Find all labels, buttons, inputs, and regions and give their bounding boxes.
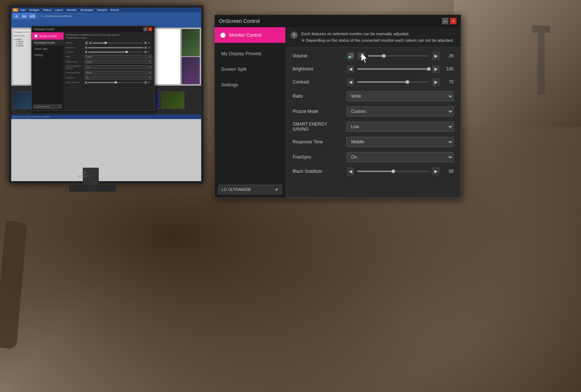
thumb-7	[161, 91, 184, 109]
osc-monitor-control-btn[interactable]: Monitor Control	[215, 27, 285, 43]
osc-small-nav-split[interactable]: Screen Split	[32, 46, 64, 52]
ctrl-brightness-dec[interactable]: ◀	[346, 65, 354, 73]
word-menu-layout[interactable]: Layout	[54, 8, 64, 12]
word-menu-verweise[interactable]: Verweise	[65, 8, 78, 12]
word-style-btn2[interactable]: AaBb	[29, 15, 35, 17]
ctrl-ses-select[interactable]: Low High Off	[346, 122, 454, 132]
osc-small-monitor-label: Monitor Control	[39, 35, 57, 37]
osc-info-bar: ? Each features on selected monitor can …	[285, 27, 461, 48]
osc-small-monitor-select-label: LG ULTRAWIDE	[34, 106, 49, 108]
word-menu-einfugen[interactable]: Einfügen	[28, 8, 41, 12]
ctrl-volume-label: Volume	[293, 53, 344, 58]
osc-main-close-btn[interactable]: ✕	[450, 18, 456, 24]
ctrl-brightness-inc[interactable]: ▶	[432, 65, 440, 73]
ctrl-rt-select[interactable]: Middle Fast Faster	[346, 137, 454, 147]
monitor-area: W Start Einfügen Entwurf Layout Verweise…	[0, 0, 211, 196]
osc-nav-split[interactable]: Screen Split	[215, 61, 285, 77]
osc-nav-settings[interactable]: Settings	[215, 77, 285, 93]
osc-small-bs-row: Black Stabilizer ◀ ▶ 50	[66, 81, 152, 84]
osc-small-rt-select[interactable]: Middle ▼	[85, 71, 152, 74]
ctrl-contrast-inc[interactable]: ▶	[432, 78, 440, 86]
ctrl-bs-dec[interactable]: ◀	[346, 167, 354, 175]
ctrl-volume-row: Volume 🔊 ◀ ▶ 26	[293, 52, 454, 60]
osc-small-ses-select[interactable]: Low ▼	[85, 65, 152, 69]
ctrl-ratio-row: Ratio Wide Original 4:3 16:9 21:9	[293, 91, 454, 101]
ctrl-volume-slider[interactable]	[368, 55, 429, 57]
osc-small-ratio-row: Ratio Custom ▼	[66, 55, 152, 58]
osc-main-content: ? Each features on selected monitor can …	[285, 27, 461, 198]
word-tab-file[interactable]: W	[13, 8, 18, 12]
osc-small-fs-select[interactable]: On ▼	[85, 76, 152, 79]
osc-small-minimize-btn[interactable]: —	[143, 27, 147, 31]
osc-small-rt-label: Response Time	[66, 72, 84, 74]
osc-small-ratio-select[interactable]: Custom ▼	[85, 55, 152, 58]
osc-small-vol-inc[interactable]: ▶	[144, 41, 147, 44]
osc-small-bs-inc[interactable]: ▶	[144, 81, 147, 84]
word-menu-ansicht[interactable]: Ansicht	[109, 8, 120, 12]
ctrl-ses-label: SMART ENERGY SAVING	[293, 122, 344, 132]
word-menu-start[interactable]: Start	[19, 8, 27, 12]
osc-small-bs-label: Black Stabilizer	[66, 81, 84, 83]
ctrl-contrast-dec[interactable]: ◀	[346, 78, 354, 86]
osc-small-fs-row: FreeSync On ▼	[66, 76, 152, 79]
word-style-btn[interactable]: Aa	[23, 15, 26, 17]
ctrl-bs-row: Black Stabilizer ◀ ▶ 50	[293, 167, 454, 175]
osc-small-con-dec[interactable]: ◀	[85, 50, 88, 53]
osc-small-picmode-label: Picture Mode	[66, 61, 84, 63]
ctrl-contrast-label: Contrast	[293, 79, 344, 85]
osc-small-bri-val: 100	[148, 46, 152, 49]
osc-small-vol-dec[interactable]: ◀	[89, 41, 92, 44]
osc-small-bri-inc[interactable]: ▶	[144, 46, 147, 49]
ctrl-ratio-select[interactable]: Wide Original 4:3 16:9 21:9	[346, 91, 454, 101]
ctrl-volume-dec[interactable]: ◀	[357, 52, 365, 60]
osc-small-rt-row: Response Time Middle ▼	[66, 71, 152, 74]
word-menu-entwurf[interactable]: Entwurf	[41, 8, 53, 12]
osc-small-bs-dec[interactable]: ◀	[85, 81, 88, 84]
ctrl-rt-row: Response Time Middle Fast Faster	[293, 137, 454, 147]
osc-monitor-dropdown-arrow: ▼	[275, 188, 279, 192]
word-statusbar: Änderung: 15.12.2024 | 15:34bit/25 | 434…	[13, 116, 50, 118]
ctrl-picmode-row: Picture Mode Custom Game Cinema Vivid St…	[293, 106, 454, 117]
side-thumb-1	[182, 29, 200, 56]
ctrl-bs-inc[interactable]: ▶	[432, 167, 440, 175]
ctrl-brightness-value: 100	[443, 66, 454, 72]
ctrl-contrast-row: Contrast ◀ ▶ 70	[293, 78, 454, 86]
osc-main-win-buttons: — ✕	[442, 18, 456, 24]
monitor-stand-base	[69, 185, 116, 192]
ctrl-freesync-row: FreeSync On Off	[293, 152, 454, 162]
top-right-photo	[454, 0, 581, 127]
osc-small-monitor-select[interactable]: LG ULTRAWIDE ▼	[33, 105, 62, 109]
ctrl-picmode-select[interactable]: Custom Game Cinema Vivid Standard	[346, 106, 454, 117]
osc-small-bri-dec[interactable]: ◀	[85, 46, 88, 49]
osc-monitor-select[interactable]: LG ULTRAWIDE ▼	[218, 185, 282, 194]
ctrl-volume-speaker[interactable]: 🔊	[346, 52, 354, 60]
word-menu-sendungen[interactable]: Sendungen	[79, 8, 95, 12]
osc-nav-presets[interactable]: My Display Presets	[215, 46, 285, 61]
osc-small-nav-settings[interactable]: Settings	[32, 52, 64, 58]
osc-small-ses-label: SMART ENERGY SAVING	[66, 65, 84, 69]
osc-small-vol-val: 26	[148, 42, 152, 44]
ctrl-bs-value: 50	[443, 169, 454, 174]
word-menu-uberpruf[interactable]: Überprüf	[96, 8, 108, 12]
ctrl-bs-slider[interactable]	[357, 171, 429, 172]
osc-main-minimize-btn[interactable]: —	[442, 18, 448, 24]
ctrl-contrast-slider[interactable]	[357, 81, 429, 83]
ctrl-volume-inc[interactable]: ▶	[432, 52, 440, 60]
ctrl-ses-row: SMART ENERGY SAVING Low High Off	[293, 122, 454, 132]
osc-small-picmode-row: Picture Mode Custom ▼	[66, 60, 152, 64]
osc-small-picmode-select[interactable]: Custom ▼	[85, 60, 152, 64]
osc-small-close-btn[interactable]: ✕	[148, 27, 152, 31]
osc-small-bri-label: Brightness	[66, 46, 84, 49]
ctrl-rt-label: Response Time	[293, 139, 344, 144]
osc-small-contrast-row: Contrast ◀ ▶ 70	[66, 50, 152, 53]
osc-small-con-inc[interactable]: ▶	[144, 50, 147, 53]
ctrl-volume-value: 26	[443, 53, 454, 58]
osc-small-fs-label: FreeSync	[66, 77, 84, 79]
osc-small-monitor-btn[interactable]: Monitor Control	[32, 32, 64, 40]
ctrl-brightness-slider[interactable]	[357, 68, 429, 70]
osc-small-vol-speaker[interactable]: 🔊	[85, 41, 88, 45]
ctrl-freesync-select[interactable]: On Off	[346, 152, 454, 162]
osc-small-brightness-row: Brightness ◀ ▶ 100	[66, 46, 152, 49]
lg-logo: LG	[82, 171, 86, 174]
osc-small-nav-presets[interactable]: My Display Presets	[32, 40, 64, 46]
